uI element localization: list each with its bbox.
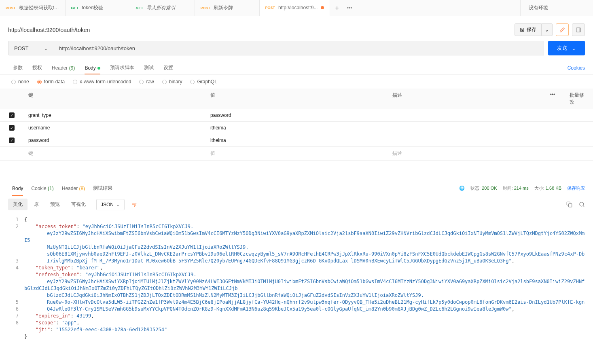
more-tabs-icon[interactable]: •••: [347, 5, 352, 11]
table-row[interactable]: ✓ grant_type password: [0, 109, 593, 122]
tab-auth[interactable]: 授权: [28, 61, 47, 74]
row-checkbox[interactable]: ✓: [0, 109, 23, 121]
view-visual-button[interactable]: 可视化: [66, 199, 91, 210]
resp-tab-cookie[interactable]: Cookie (1): [27, 182, 57, 195]
body-types: none form-data x-www-form-urlencoded raw…: [0, 75, 593, 89]
view-pretty-button[interactable]: 美化: [8, 199, 28, 210]
save-button[interactable]: 🖫保存: [515, 23, 542, 36]
radio-icon: [73, 80, 77, 84]
chevron-down-icon: ⌄: [572, 45, 576, 51]
search-icon[interactable]: [579, 201, 585, 207]
json-string: "15522ef9-eeec-4308-b78a-6ed12b935254": [56, 327, 167, 332]
tab-label: Header: [62, 186, 78, 191]
view-preview-button[interactable]: 预览: [45, 199, 65, 210]
request-tabs: 参数 授权 Header (9) Body 预请求脚本 测试 设置 Cookie…: [0, 61, 593, 75]
send-button[interactable]: 发送⌄: [548, 41, 585, 55]
body-type-binary[interactable]: binary: [162, 79, 182, 85]
url-input[interactable]: [54, 41, 544, 55]
header-more-icon[interactable]: •••: [540, 89, 565, 109]
format-select[interactable]: JSON⌄: [96, 199, 125, 210]
radio-icon: [11, 80, 16, 84]
edit-button[interactable]: [556, 23, 569, 36]
table-row[interactable]: ✓ password itheima: [0, 134, 593, 147]
json-string: "eyJhbGciOiJSUzI1NiIsInR5cCI6IkpXVCJ9.: [85, 272, 197, 277]
title-row: http://localhost:9200/oauth/token 🖫保存 ⌄: [0, 16, 593, 41]
json-content[interactable]: {"access_token": "eyJhbGciOiJSUzI1NiIsIn…: [24, 216, 593, 340]
row-desc[interactable]: [388, 134, 540, 146]
time-value: 214 ms: [514, 186, 529, 190]
view-raw-button[interactable]: 原: [29, 199, 44, 210]
table-header: 键 值 描述 ••• 批量修改: [0, 89, 593, 109]
save-response-link[interactable]: 保存响应: [567, 185, 585, 191]
tab-1[interactable]: GETtoken校验: [66, 0, 130, 16]
placeholder-key[interactable]: 键: [23, 147, 205, 160]
json-key: "scope": [36, 320, 56, 326]
body-type-none[interactable]: none: [11, 79, 29, 85]
json-string: "eyJhbGciOiJSUzI1NiIsInR5cCI6IkpXVCJ9.: [83, 224, 194, 229]
json-key: "token_type": [36, 265, 71, 271]
row-key[interactable]: password: [23, 134, 205, 146]
placeholder-desc[interactable]: 描述: [388, 147, 540, 160]
size-label: 大小: 1.68 KB: [534, 185, 561, 191]
tab-4[interactable]: POSThttp://localhost:9...: [260, 0, 330, 16]
tab-prereq[interactable]: 预请求脚本: [105, 61, 139, 74]
row-checkbox[interactable]: ✓: [0, 134, 23, 146]
tab-2[interactable]: GET导入所有索引: [130, 0, 195, 16]
row-value[interactable]: itheima: [205, 122, 388, 134]
checkbox-icon: ✓: [9, 112, 15, 118]
radio-icon: [139, 80, 144, 84]
body-type-graphql[interactable]: GraphQL: [190, 79, 217, 85]
row-value[interactable]: itheima: [205, 134, 388, 146]
body-type-label: GraphQL: [197, 79, 217, 85]
row-desc[interactable]: [388, 122, 540, 134]
method-select[interactable]: POST⌄: [8, 41, 54, 55]
resp-tab-results[interactable]: 测试结果: [89, 181, 116, 196]
tab-params[interactable]: 参数: [8, 61, 28, 74]
tab-body[interactable]: Body: [80, 62, 105, 74]
tab-header[interactable]: Header (9): [47, 62, 80, 74]
tab-3[interactable]: POST刷新令牌: [195, 0, 260, 16]
body-type-raw[interactable]: raw: [139, 79, 154, 85]
row-key[interactable]: grant_type: [23, 109, 205, 121]
cookies-link[interactable]: Cookies: [568, 62, 585, 74]
bulk-edit-link[interactable]: 批量修改: [565, 89, 593, 109]
environment-selector[interactable]: 没有环境: [520, 0, 593, 16]
row-checkbox[interactable]: ✓: [0, 122, 23, 134]
body-type-formdata[interactable]: form-data: [37, 79, 65, 85]
tab-title: 刷新令牌: [214, 4, 233, 11]
copy-icon[interactable]: [566, 201, 572, 207]
save-dropdown-icon[interactable]: ⌄: [542, 23, 553, 36]
svg-rect-2: [569, 204, 572, 207]
placeholder-value[interactable]: 值: [205, 147, 388, 160]
checkbox-icon: ✓: [9, 125, 15, 131]
panel-button[interactable]: [572, 23, 585, 36]
body-active-dot-icon: [97, 67, 100, 70]
new-tab-icon[interactable]: +: [335, 4, 339, 12]
wrap-button[interactable]: [126, 199, 142, 210]
header-check: [0, 89, 23, 109]
tab-tests[interactable]: 测试: [139, 61, 159, 74]
body-type-label: raw: [146, 79, 154, 85]
body-type-xwww[interactable]: x-www-form-urlencoded: [73, 79, 131, 85]
row-desc[interactable]: [388, 109, 540, 121]
tab-label: Header: [52, 65, 68, 71]
env-label: 没有环境: [529, 4, 548, 11]
radio-icon: [190, 80, 195, 84]
response-tabs: Body Cookie (1) Header (8) 测试结果 🌐 状态: 20…: [0, 181, 593, 196]
table-row-empty[interactable]: 键 值 描述: [0, 147, 593, 161]
table-row[interactable]: ✓ username itheima: [0, 122, 593, 134]
tab-0[interactable]: POST根据授权码获取to...: [0, 0, 66, 16]
tabs-bar: POST根据授权码获取to... GETtoken校验 GET导入所有索引 PO…: [0, 0, 593, 16]
unsaved-dot-icon: [321, 6, 324, 9]
title-actions: 🖫保存 ⌄: [515, 23, 585, 36]
header-value: 值: [205, 89, 388, 109]
globe-icon[interactable]: 🌐: [459, 186, 465, 191]
body-type-label: form-data: [44, 79, 65, 85]
resp-tab-header[interactable]: Header (8): [58, 182, 89, 195]
tab-title: token校验: [82, 4, 103, 11]
resp-tab-body[interactable]: Body: [8, 182, 27, 195]
row-key[interactable]: username: [23, 122, 205, 134]
row-value[interactable]: password: [205, 109, 388, 121]
tab-settings[interactable]: 设置: [159, 61, 178, 74]
chevron-down-icon: ⌄: [116, 202, 120, 207]
